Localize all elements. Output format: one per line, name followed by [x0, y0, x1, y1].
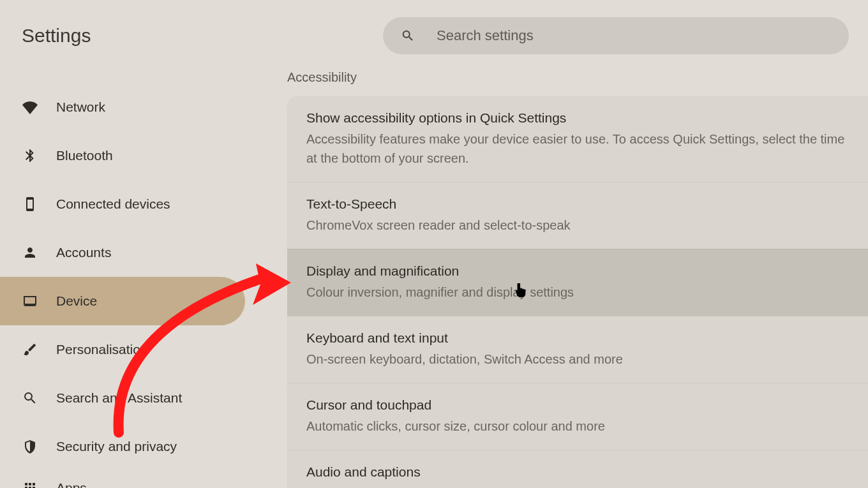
section-title-accessibility: Accessibility — [287, 70, 868, 85]
page-app-title: Settings — [22, 25, 91, 47]
person-icon — [22, 244, 38, 261]
sidebar-item-connected-devices[interactable]: Connected devices — [0, 180, 245, 228]
sidebar-item-apps[interactable]: Apps — [0, 471, 245, 488]
row-desc: Colour inversion, magnifier and display … — [306, 283, 849, 302]
settings-card: Show accessibility options in Quick Sett… — [287, 96, 868, 488]
laptop-icon — [22, 293, 38, 309]
row-text-to-speech[interactable]: Text-to-Speech ChromeVox screen reader a… — [287, 182, 868, 249]
row-title: Keyboard and text input — [306, 330, 849, 346]
row-desc: Automatic clicks, cursor size, cursor co… — [306, 417, 849, 436]
sidebar-item-personalisation[interactable]: Personalisation — [0, 325, 245, 374]
wifi-icon — [22, 99, 38, 115]
sidebar-item-network[interactable]: Network — [0, 83, 245, 131]
sidebar-item-search-assistant[interactable]: Search and Assistant — [0, 374, 245, 422]
row-title: Text-to-Speech — [306, 196, 849, 212]
sidebar-item-label: Connected devices — [56, 196, 170, 212]
phone-icon — [22, 196, 38, 212]
header: Settings — [0, 0, 868, 71]
sidebar-item-device[interactable]: Device — [0, 277, 245, 325]
brush-icon — [22, 341, 38, 358]
row-keyboard-text-input[interactable]: Keyboard and text input On-screen keyboa… — [287, 316, 868, 383]
sidebar-item-label: Search and Assistant — [56, 390, 182, 406]
search-icon — [22, 390, 38, 406]
apps-icon — [22, 480, 38, 488]
shield-icon — [22, 438, 38, 455]
sidebar-item-bluetooth[interactable]: Bluetooth — [0, 131, 245, 180]
row-title: Show accessibility options in Quick Sett… — [306, 110, 849, 126]
search-field[interactable] — [383, 17, 849, 54]
sidebar-item-label: Apps — [56, 480, 87, 488]
row-title: Display and magnification — [306, 263, 849, 279]
sidebar-item-label: Personalisation — [56, 342, 148, 357]
search-icon — [401, 28, 415, 43]
main-content: Accessibility Show accessibility options… — [257, 71, 868, 488]
sidebar: Network Bluetooth Connected devices Acco… — [0, 71, 257, 488]
sidebar-item-label: Accounts — [56, 245, 111, 260]
sidebar-item-label: Security and privacy — [56, 439, 177, 454]
row-quick-settings[interactable]: Show accessibility options in Quick Sett… — [287, 96, 868, 182]
bluetooth-icon — [22, 147, 38, 164]
sidebar-item-label: Network — [56, 100, 105, 115]
sidebar-item-accounts[interactable]: Accounts — [0, 228, 245, 277]
sidebar-item-label: Bluetooth — [56, 148, 113, 163]
row-title: Audio and captions — [306, 464, 849, 480]
row-display-magnification[interactable]: Display and magnification Colour inversi… — [287, 249, 868, 316]
search-input[interactable] — [437, 27, 831, 44]
row-audio-captions[interactable]: Audio and captions Mono audio, startup, … — [287, 450, 868, 488]
row-desc: Mono audio, startup, Live Caption and mo… — [306, 484, 849, 488]
sidebar-item-label: Device — [56, 293, 97, 309]
sidebar-item-security-privacy[interactable]: Security and privacy — [0, 422, 245, 471]
row-cursor-touchpad[interactable]: Cursor and touchpad Automatic clicks, cu… — [287, 383, 868, 450]
row-title: Cursor and touchpad — [306, 397, 849, 413]
row-desc: ChromeVox screen reader and select-to-sp… — [306, 216, 849, 235]
row-desc: Accessibility features make your device … — [306, 129, 849, 168]
row-desc: On-screen keyboard, dictation, Switch Ac… — [306, 350, 849, 369]
